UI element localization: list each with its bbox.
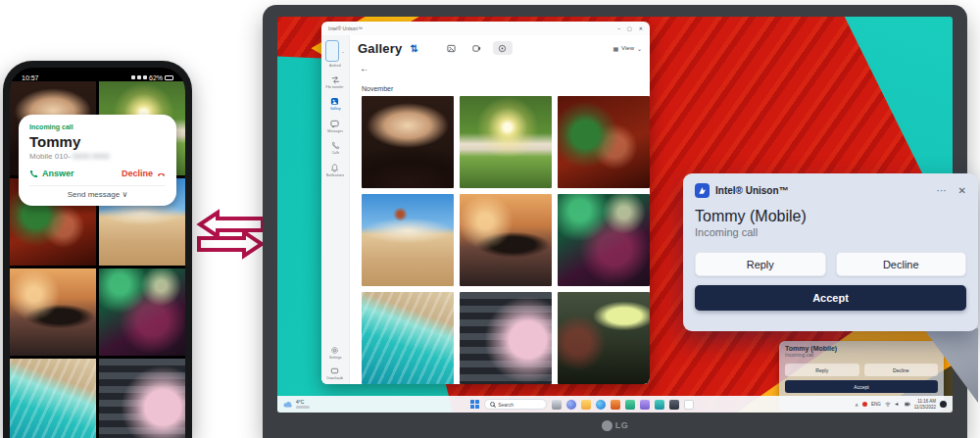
chevron-down-icon: ⌄: [341, 49, 344, 54]
downloads-icon: [330, 366, 339, 375]
photo-guitarist-stage[interactable]: [558, 194, 650, 286]
unison-window: Intel® Unison™ – ▢ ✕ ⌄ Android: [321, 22, 650, 384]
close-button[interactable]: ✕: [639, 25, 643, 31]
wifi-icon: [137, 75, 141, 79]
grid-view-icon: ▦: [612, 45, 618, 52]
lg-logo-text: LG: [615, 420, 629, 430]
photo-guitarist-stage[interactable]: [99, 268, 185, 356]
more-options-icon[interactable]: ···: [937, 185, 947, 196]
signal-icon: [143, 75, 147, 79]
photo-surfer-sunset[interactable]: [10, 268, 96, 356]
popup-brand: Intel® Unison™: [715, 185, 789, 196]
photo-pink-hair[interactable]: [99, 359, 185, 438]
taskbar: 4°C Search: [277, 396, 953, 413]
file-explorer-icon[interactable]: [552, 400, 562, 410]
toast-reply-button[interactable]: Reply: [785, 364, 859, 376]
sync-arrows-icon: [194, 209, 268, 260]
unison-logo-icon: [695, 183, 710, 198]
view-dropdown[interactable]: ▦ View ⌄: [612, 45, 642, 52]
albums-tab-icon[interactable]: [493, 41, 513, 55]
mute-icon: [131, 75, 135, 79]
photo-outdoor-cinema[interactable]: [558, 292, 650, 384]
answer-button[interactable]: Answer: [29, 169, 74, 178]
decline-phone-icon: [157, 170, 166, 178]
cloud-icon: [283, 401, 293, 409]
volume-icon[interactable]: [895, 402, 901, 407]
videos-tab-icon[interactable]: [467, 41, 487, 55]
sync-icon[interactable]: ⇅: [411, 43, 418, 54]
tray-expand-icon[interactable]: ∧: [855, 402, 858, 408]
device-selector[interactable]: ⌄: [325, 40, 344, 62]
decline-button[interactable]: Decline: [836, 252, 967, 276]
accept-button[interactable]: Accept: [695, 285, 966, 311]
notification-badge[interactable]: [940, 401, 947, 408]
sidebar-item-gallery[interactable]: Gallery: [329, 97, 342, 111]
phone-screen: 10:57 62% Incoming call Tommy Mobile 010…: [10, 68, 185, 438]
toast-accept-button[interactable]: Accept: [785, 380, 938, 393]
folder-icon[interactable]: [581, 400, 591, 410]
sidebar-item-calls[interactable]: Calls: [331, 141, 340, 155]
app-teal-icon[interactable]: [655, 400, 664, 410]
sidebar-item-settings[interactable]: Settings: [328, 346, 342, 360]
incoming-call-card: Incoming call Tommy Mobile 010- 0000 000…: [19, 115, 176, 206]
device-name: Android: [329, 63, 341, 67]
app-dark-icon[interactable]: [669, 400, 679, 410]
caller-name: Tommy: [29, 133, 166, 150]
search-box[interactable]: Search: [484, 399, 547, 410]
close-icon[interactable]: ✕: [958, 185, 966, 196]
start-button[interactable]: [470, 400, 479, 409]
photo-beach-aerial[interactable]: [362, 292, 454, 384]
chevron-down-icon: ∨: [122, 190, 127, 199]
gallery-toolbar: Gallery ⇅: [350, 35, 650, 61]
reply-button[interactable]: Reply: [695, 252, 826, 276]
minimize-button[interactable]: –: [617, 25, 620, 31]
month-section-label: November: [350, 73, 650, 96]
window-title: Intel® Unison™: [328, 25, 363, 31]
photo-pink-hair[interactable]: [460, 292, 552, 384]
language-indicator[interactable]: ENG: [871, 402, 881, 407]
app-green-icon[interactable]: [625, 400, 635, 410]
sidebar-item-downloads[interactable]: Downloads: [325, 366, 345, 380]
photo-sand-surfing[interactable]: [362, 194, 454, 286]
battery-percent: 62%: [149, 74, 163, 81]
photo-surfer-sunset[interactable]: [460, 194, 552, 286]
sidebar-item-notifications[interactable]: Notifications: [324, 164, 346, 177]
photo-movie-night[interactable]: [362, 96, 454, 188]
system-tray: ∧ ENG 11:16 AM 11/15/2022: [855, 399, 947, 409]
clock[interactable]: 11:16 AM 11/15/2022: [914, 399, 936, 409]
unison-taskbar-icon[interactable]: [684, 400, 694, 410]
popup-caller: Tommy (Mobile): [695, 208, 966, 225]
page-title: Gallery: [358, 41, 403, 56]
wifi-icon[interactable]: [885, 402, 891, 407]
weather-temp: 4°C: [296, 400, 310, 405]
search-icon: [490, 402, 495, 407]
battery-icon[interactable]: [905, 402, 910, 407]
photo-friends-red-light[interactable]: [558, 96, 650, 188]
send-message-button[interactable]: Send message ∨: [29, 185, 166, 202]
sidebar-item-messages[interactable]: Messages: [326, 120, 344, 133]
decline-button[interactable]: Decline: [122, 169, 166, 178]
app-purple-icon[interactable]: [640, 400, 650, 410]
back-button[interactable]: ←: [350, 61, 650, 73]
window-titlebar[interactable]: Intel® Unison™ – ▢ ✕: [321, 22, 650, 35]
chat-icon[interactable]: [566, 400, 576, 410]
photo-beach-aerial[interactable]: [10, 359, 96, 438]
calls-icon: [331, 141, 340, 150]
maximize-button[interactable]: ▢: [627, 25, 632, 31]
weather-widget[interactable]: 4°C: [283, 400, 310, 409]
sidebar-item-file-transfer[interactable]: File transfer: [324, 75, 345, 89]
stage: 10:57 62% Incoming call Tommy Mobile 010…: [0, 0, 980, 438]
sidebar: ⌄ Android File transfer Gallery: [321, 35, 350, 384]
photo-tent-garden[interactable]: [460, 96, 552, 188]
toast-decline-button[interactable]: Decline: [864, 364, 939, 376]
device-phone-icon: [325, 40, 339, 62]
file-transfer-icon: [331, 75, 340, 84]
smartphone: 10:57 62% Incoming call Tommy Mobile 010…: [3, 61, 192, 438]
answer-phone-icon: [29, 170, 38, 178]
app-orange-icon[interactable]: [611, 400, 620, 410]
photos-tab-icon[interactable]: [442, 41, 462, 55]
edge-icon[interactable]: [596, 400, 606, 410]
incoming-call-label: Incoming call: [29, 123, 166, 130]
laptop-chin: LG: [263, 413, 967, 438]
weather-subtext: [296, 406, 310, 409]
